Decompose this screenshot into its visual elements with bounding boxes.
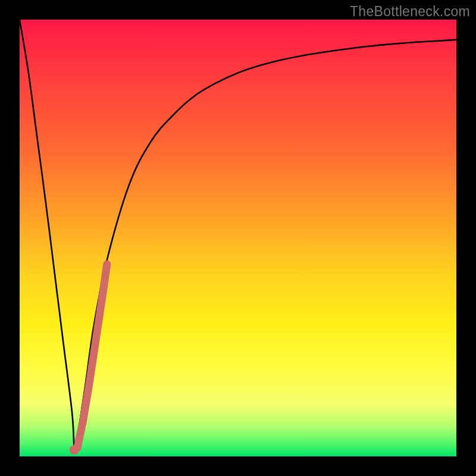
highlight-dot	[70, 445, 79, 455]
chart-svg	[20, 20, 456, 456]
chart-frame: TheBottleneck.com	[0, 0, 476, 476]
watermark-text: TheBottleneck.com	[350, 4, 470, 20]
plot-area	[20, 20, 456, 456]
highlight-segment	[74, 264, 107, 450]
